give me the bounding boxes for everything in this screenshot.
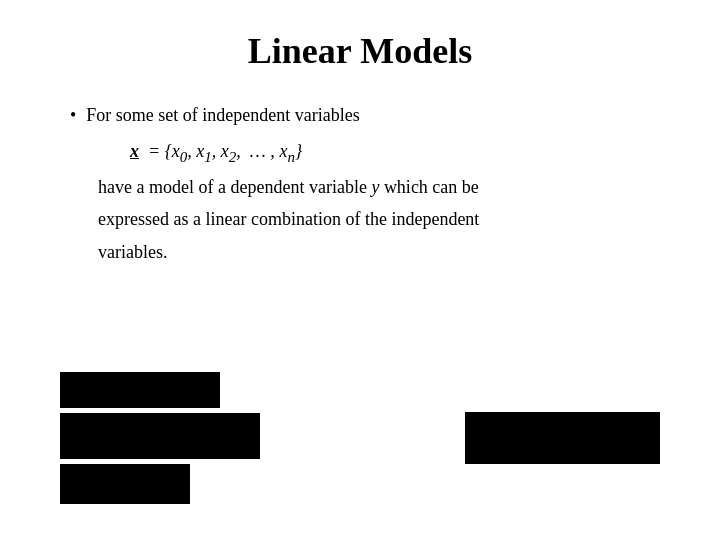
decorative-blocks [60, 372, 660, 510]
math-expression: x = {x0, x1, x2, … , xn} [130, 137, 660, 169]
math-equals: = {x0, x1, x2, … , xn} [144, 141, 303, 161]
content-area: • For some set of independent variables … [70, 102, 660, 267]
math-x: x [130, 141, 139, 161]
block-2 [60, 413, 260, 459]
bullet-symbol: • [70, 102, 76, 129]
bullet-item: • For some set of independent variables [70, 102, 660, 129]
block-right-group [465, 372, 660, 504]
block-4 [465, 412, 660, 464]
body-line-2: expressed as a linear combination of the… [98, 205, 660, 234]
bullet-text: For some set of independent variables [86, 102, 359, 129]
page-title: Linear Models [60, 30, 660, 72]
page: Linear Models • For some set of independ… [0, 0, 720, 540]
body-line-1: have a model of a dependent variable y w… [98, 173, 660, 202]
block-1 [60, 372, 220, 408]
block-row [60, 413, 260, 459]
body-line-3: variables. [98, 238, 660, 267]
block-3 [60, 464, 190, 504]
